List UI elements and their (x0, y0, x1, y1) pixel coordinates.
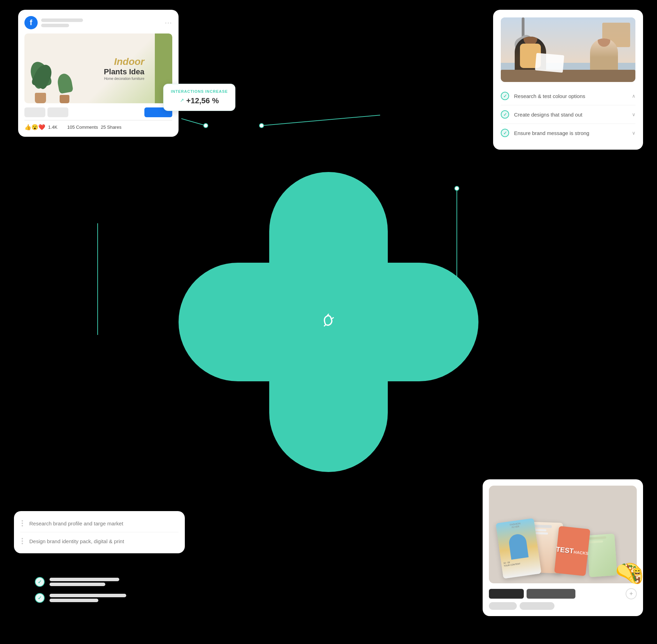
cl-item-1: ✓ (35, 577, 126, 587)
cl-line-2a (50, 594, 126, 597)
fb-action-lines (24, 107, 68, 117)
checklist-card: ✓ ✓ (35, 577, 126, 609)
task-check-2: ✓ (501, 110, 509, 119)
tl-dots-1 (20, 520, 24, 526)
task-checkmark-2: ✓ (503, 112, 507, 117)
cl-checkmark-2: ✓ (38, 595, 42, 601)
flyer-arch (508, 533, 529, 560)
svg-point-5 (259, 123, 264, 128)
task-check-1: ✓ (501, 92, 509, 100)
task-check-3: ✓ (501, 129, 509, 137)
cl-line-1b (50, 583, 105, 586)
center-design-icon (318, 309, 339, 335)
fb-reactions: 👍😮❤️ (24, 124, 45, 130)
designs-footer: + (489, 588, 637, 599)
task-checkmark-3: ✓ (503, 130, 507, 136)
fb-time-line (41, 24, 69, 27)
fb-reactions-count: 1.4K (48, 125, 58, 130)
tasks-card: ✓ Research & test colour options ∧ ✓ Cre… (493, 10, 643, 150)
cl-check-2: ✓ (35, 593, 45, 603)
df-block-1 (489, 589, 524, 599)
tl-item-2[interactable]: Design brand identity pack, digital & pr… (20, 532, 179, 550)
cl-line-2b (50, 599, 98, 602)
fb-post-text: Indoor Plants Idea Home decoration furni… (101, 53, 165, 84)
fb-action-like[interactable] (24, 107, 45, 117)
cl-checkmark-1: ✓ (38, 579, 42, 585)
task-label-3: Ensure brand message is strong (514, 130, 627, 136)
fb-post-indoor: Indoor (104, 56, 144, 67)
fb-text-lines (41, 18, 161, 27)
cl-lines-1 (50, 578, 119, 586)
fb-post-image: Indoor Plants Idea Home decoration furni… (24, 33, 172, 103)
flyer-3: TEST HACKS (554, 526, 590, 576)
fb-more-dots[interactable]: ··· (165, 19, 172, 27)
designs-card: FASHIONFLYER 10 - 03YOUR CONTENT TEST HA… (483, 479, 643, 616)
svg-line-1 (262, 115, 380, 126)
df-row2 (489, 602, 637, 610)
tl-dots-2 (20, 538, 24, 544)
fb-logo-icon: f (24, 16, 38, 29)
svg-line-0 (181, 119, 206, 126)
interaction-arrow-icon: ↗ (180, 97, 184, 103)
task-checkmark-1: ✓ (503, 93, 507, 99)
fb-post-subtitle: Home decoration furniture (104, 76, 144, 81)
facebook-post-card: f ··· Indoor Plants Idea Home decoration… (18, 10, 179, 137)
task-item-2[interactable]: ✓ Create designs that stand out ∨ (501, 105, 635, 124)
tl-text-1: Research brand profile and targe market (29, 521, 123, 526)
fb-post-plants: Plants Idea (104, 67, 144, 76)
fb-comments-count: 105 Comments (67, 125, 98, 130)
df-pill-1 (489, 602, 517, 610)
task-label-1: Research & test colour options (514, 93, 627, 99)
task-item-3[interactable]: ✓ Ensure brand message is strong ∨ (501, 124, 635, 142)
designs-area: FASHIONFLYER 10 - 03YOUR CONTENT TEST HA… (489, 486, 637, 583)
task-photo (501, 17, 635, 82)
tl-text-2: Design brand identity pack, digital & pr… (29, 538, 124, 544)
fb-name-line (41, 18, 83, 22)
task-expand-2[interactable]: ∨ (632, 112, 635, 117)
df-block-2 (527, 589, 575, 599)
fb-action-comment[interactable] (47, 107, 68, 117)
tasklist-card: Research brand profile and targe market … (14, 511, 185, 553)
fb-actions (24, 107, 172, 120)
interaction-badge-value: +12,56 % (186, 96, 219, 105)
taco-character: 🌮 😄 (605, 548, 644, 587)
cl-check-1: ✓ (35, 577, 45, 587)
interaction-badge-title: INTERACTIONS INCREASE (171, 89, 228, 93)
task-item-1[interactable]: ✓ Research & test colour options ∧ (501, 87, 635, 105)
fb-header: f ··· (24, 16, 172, 29)
fb-shares-count: 25 Shares (101, 125, 121, 130)
task-label-2: Create designs that stand out (514, 112, 627, 118)
fb-footer: 👍😮❤️ 1.4K 105 Comments 25 Shares (24, 124, 172, 130)
cl-item-2: ✓ (35, 593, 126, 603)
task-expand-3[interactable]: ∨ (632, 130, 635, 136)
svg-point-4 (204, 123, 208, 128)
task-expand-1[interactable]: ∧ (632, 93, 635, 99)
cl-line-1a (50, 578, 119, 581)
df-add-button[interactable]: + (626, 588, 637, 599)
df-pill-2 (520, 602, 554, 610)
flyer-1: FASHIONFLYER 10 - 03YOUR CONTENT (496, 518, 541, 579)
tl-item-1[interactable]: Research brand profile and targe market (20, 515, 179, 532)
interaction-badge: INTERACTIONS INCREASE ↗ +12,56 % (163, 84, 235, 111)
cl-lines-2 (50, 594, 126, 602)
